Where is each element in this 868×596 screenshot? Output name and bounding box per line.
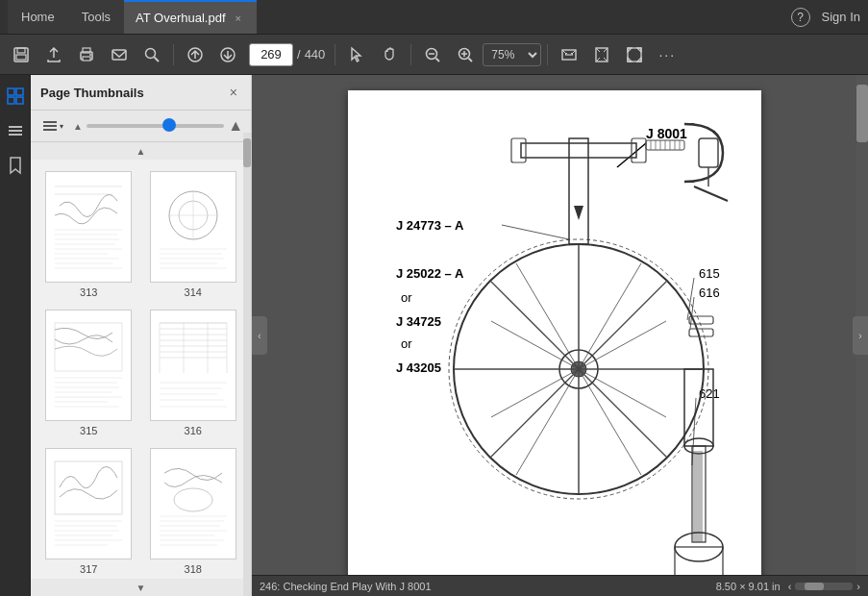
thumbnail-item[interactable]: 318 xyxy=(147,448,240,575)
svg-rect-36 xyxy=(9,130,22,132)
bookmarks-panel-toggle[interactable] xyxy=(2,152,29,179)
sign-in-button[interactable]: Sign In xyxy=(822,10,860,24)
status-bar: 246: Checking End Play With J 8001 8.50 … xyxy=(252,575,868,596)
cursor-icon xyxy=(348,46,365,63)
svg-line-18 xyxy=(469,58,473,62)
sort-icon xyxy=(42,118,58,134)
thumbnail-image xyxy=(150,310,236,421)
thumbnails-icon xyxy=(6,87,25,106)
upload-button[interactable] xyxy=(38,39,69,70)
horizontal-scrollbar[interactable] xyxy=(795,583,853,590)
main-layout: Page Thumbnails × ▾ ▲ ▲ ▲ xyxy=(0,75,868,596)
close-tab-icon[interactable]: × xyxy=(232,11,245,26)
prev-page-button[interactable] xyxy=(180,39,211,70)
zoom-out-button[interactable] xyxy=(417,39,448,70)
more-tools-button[interactable]: ··· xyxy=(652,39,682,70)
search-button[interactable] xyxy=(136,39,167,70)
thumbnail-image xyxy=(150,448,236,559)
tab-tools[interactable]: Tools xyxy=(68,0,124,34)
svg-rect-97 xyxy=(155,454,232,554)
fit-width-button[interactable] xyxy=(554,39,584,70)
thumbnail-panel-title: Page Thumbnails xyxy=(40,86,144,100)
more-icon: ··· xyxy=(658,47,676,62)
svg-rect-72 xyxy=(155,315,232,415)
size-slider-thumb[interactable] xyxy=(162,118,176,132)
right-scrollbar-thumb[interactable] xyxy=(856,85,868,142)
svg-point-8 xyxy=(146,48,156,58)
thumbnail-item[interactable]: 313 xyxy=(42,171,136,298)
zoom-in-icon xyxy=(457,46,474,63)
thumbnail-item[interactable]: 315 xyxy=(42,310,136,436)
toolbar-separator-1 xyxy=(173,44,174,65)
email-icon xyxy=(111,46,128,63)
hand-tool-button[interactable] xyxy=(374,39,405,70)
panel-scroll-down[interactable]: ▼ xyxy=(31,579,251,596)
horizontal-scroll: ‹ › xyxy=(788,581,860,592)
thumbnail-item[interactable]: 314 xyxy=(147,171,240,298)
horizontal-scrollbar-thumb[interactable] xyxy=(805,583,824,590)
zoom-in-button[interactable] xyxy=(450,39,481,70)
cursor-tool-button[interactable] xyxy=(341,39,372,70)
sort-dropdown-icon: ▾ xyxy=(60,122,63,131)
fullscreen-button[interactable] xyxy=(619,39,650,70)
panel-scroll-up[interactable]: ▲ xyxy=(31,142,251,160)
collapse-panel-left[interactable]: ‹ xyxy=(252,316,267,355)
svg-rect-41 xyxy=(50,177,127,277)
layers-icon xyxy=(6,121,25,140)
svg-rect-35 xyxy=(9,126,22,128)
svg-rect-63 xyxy=(50,315,127,415)
toolbar-separator-3 xyxy=(410,44,411,65)
help-icon[interactable]: ? xyxy=(791,8,810,27)
panel-scrollbar-thumb[interactable] xyxy=(243,138,251,167)
svg-rect-37 xyxy=(9,134,22,136)
pdf-page-container[interactable]: J 8001 J 24773 – A J 25022 – A or J 3472… xyxy=(252,75,856,575)
svg-line-9 xyxy=(155,57,160,62)
svg-rect-33 xyxy=(8,97,14,104)
svg-rect-40 xyxy=(43,129,57,131)
tab-tools-label: Tools xyxy=(82,10,111,24)
panel-scrollbar[interactable] xyxy=(243,133,251,596)
collapse-panel-right[interactable]: › xyxy=(853,316,868,355)
thumbnails-panel-toggle[interactable] xyxy=(2,83,29,110)
zoom-level-select[interactable]: 75% 50% 100% 125% 150% xyxy=(483,43,541,66)
thumbnail-item[interactable]: 316 xyxy=(147,310,240,436)
scroll-right-btn[interactable]: › xyxy=(856,581,860,592)
email-button[interactable] xyxy=(104,39,135,70)
fit-page-button[interactable] xyxy=(586,39,617,70)
content-area: ‹ › J 8001 J 24773 – A xyxy=(252,75,868,596)
svg-text:615: 615 xyxy=(699,266,720,281)
thumbnail-page-number: 313 xyxy=(80,286,97,298)
svg-text:616: 616 xyxy=(699,286,720,300)
page-dimensions: 8.50 × 9.01 in xyxy=(716,581,781,592)
thumbnail-item[interactable]: 317 xyxy=(42,448,136,575)
layers-panel-toggle[interactable] xyxy=(2,117,29,144)
hand-icon xyxy=(381,46,398,63)
svg-rect-5 xyxy=(83,57,90,61)
tab-file[interactable]: AT Overhual.pdf × xyxy=(124,0,257,34)
thumbnail-image xyxy=(45,310,132,421)
svg-rect-2 xyxy=(16,55,26,60)
save-button[interactable] xyxy=(6,39,37,70)
title-right-actions: ? Sign In xyxy=(791,8,860,27)
print-button[interactable] xyxy=(71,39,102,70)
thumbnail-image xyxy=(150,171,236,283)
scroll-left-btn[interactable]: ‹ xyxy=(788,581,792,592)
svg-text:J 8001: J 8001 xyxy=(646,126,687,141)
pdf-page: J 8001 J 24773 – A J 25022 – A or J 3472… xyxy=(348,90,761,575)
tab-home[interactable]: Home xyxy=(8,0,68,34)
thumbnail-controls: ▾ ▲ ▲ xyxy=(31,111,251,142)
prev-page-icon xyxy=(186,46,204,63)
size-slider[interactable] xyxy=(87,124,224,128)
next-page-button[interactable] xyxy=(212,39,243,70)
thumbnail-sort-button[interactable]: ▾ xyxy=(38,116,67,136)
tab-file-label: AT Overhual.pdf xyxy=(136,11,225,25)
thumbnail-grid: 313 xyxy=(31,160,251,579)
svg-rect-7 xyxy=(112,50,126,60)
thumbnail-panel-close[interactable]: × xyxy=(226,83,241,102)
page-separator: / xyxy=(297,47,301,62)
page-number-input[interactable] xyxy=(249,43,293,66)
fit-width-icon xyxy=(560,46,578,63)
zoom-out-icon xyxy=(424,46,441,63)
thumbnail-page-number: 314 xyxy=(185,286,202,298)
svg-rect-38 xyxy=(43,121,57,123)
